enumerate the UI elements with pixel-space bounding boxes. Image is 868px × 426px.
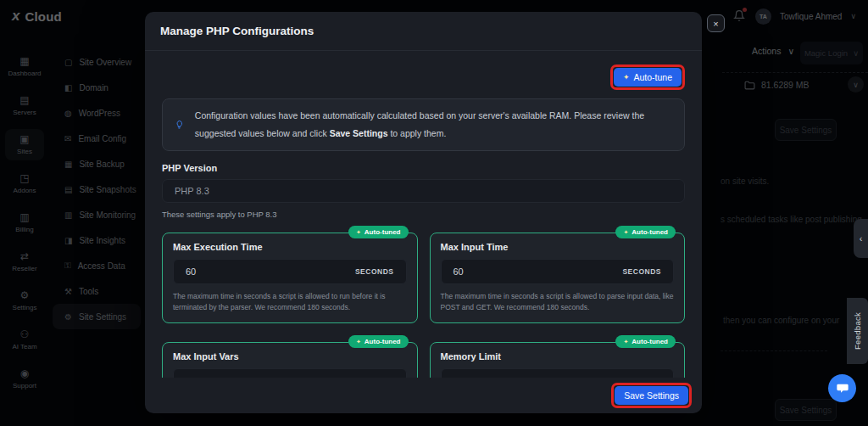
card-title: Max Execution Time — [173, 242, 407, 252]
card-max-input-time: ✦Auto-tuned Max Input Time 60 SECONDS Th… — [430, 233, 686, 323]
input-unit: SECONDS — [622, 267, 661, 276]
sparkle-icon: ✦ — [623, 339, 628, 345]
php-version-select[interactable]: PHP 8.3 — [162, 179, 685, 203]
card-description: The maximum time in seconds a script is … — [441, 291, 675, 313]
modal-title: Manage PHP Configurations — [160, 25, 314, 37]
max-input-vars-input[interactable]: 1500 VARS — [173, 368, 407, 378]
sparkle-icon: ✦ — [356, 339, 361, 345]
memory-limit-input[interactable]: 256 MB — [441, 368, 675, 378]
card-max-execution-time: ✦Auto-tuned Max Execution Time 60 SECOND… — [162, 233, 418, 323]
auto-tune-button[interactable]: ✦ Auto-tune — [614, 68, 682, 87]
chat-icon — [836, 382, 849, 395]
sidebar-collapse-handle[interactable]: ‹ — [854, 219, 868, 258]
sparkle-icon: ✦ — [623, 73, 630, 81]
close-icon[interactable]: × — [707, 14, 725, 32]
input-unit: MB — [649, 377, 661, 378]
input-value: 60 — [453, 266, 464, 277]
php-version-note: These settings apply to PHP 8.3 — [162, 210, 685, 219]
autotune-row: ✦ Auto-tune — [162, 64, 685, 90]
autotune-info-banner: Configuration values have been automatic… — [162, 98, 685, 151]
card-memory-limit: ✦Auto-tuned Memory Limit 256 MB The maxi… — [430, 342, 686, 378]
card-title: Max Input Time — [441, 242, 675, 252]
sparkle-icon: ✦ — [623, 229, 628, 236]
max-input-time-input[interactable]: 60 SECONDS — [441, 259, 675, 284]
modal-header: Manage PHP Configurations — [145, 12, 702, 51]
modal-body: ✦ Auto-tune Configuration values have be… — [145, 51, 702, 378]
modal-footer: Save Settings — [145, 378, 702, 413]
php-version-label: PHP Version — [162, 163, 685, 173]
card-title: Max Input Vars — [173, 351, 407, 362]
annotation-highlight-autotune: ✦ Auto-tune — [610, 64, 685, 90]
card-title: Memory Limit — [441, 351, 675, 362]
input-value: 60 — [186, 266, 196, 277]
banner-text: Configuration values have been automatic… — [195, 107, 672, 143]
manage-php-configurations-modal: Manage PHP Configurations ✦ Auto-tune Co… — [145, 12, 702, 413]
card-description: The maximum time in seconds a script is … — [173, 291, 407, 313]
input-value: 256 — [453, 376, 469, 378]
sparkle-icon: ✦ — [356, 229, 361, 236]
input-unit: VARS — [373, 377, 394, 378]
input-unit: SECONDS — [355, 267, 394, 276]
auto-tuned-badge: ✦Auto-tuned — [615, 226, 676, 238]
annotation-highlight-save: Save Settings — [611, 383, 692, 408]
php-settings-grid: ✦Auto-tuned Max Execution Time 60 SECOND… — [162, 233, 685, 378]
input-value: 1500 — [186, 376, 206, 378]
card-max-input-vars: ✦Auto-tuned Max Input Vars 1500 VARS The… — [162, 342, 418, 378]
lightbulb-icon — [175, 117, 184, 132]
auto-tuned-badge: ✦Auto-tuned — [615, 335, 676, 348]
max-execution-time-input[interactable]: 60 SECONDS — [173, 259, 407, 284]
save-settings-button[interactable]: Save Settings — [615, 386, 688, 405]
chevron-left-icon: ‹ — [860, 233, 863, 244]
auto-tuned-badge: ✦Auto-tuned — [348, 335, 409, 348]
app-root: x Cloud TA Towfique Ahmed ∨ ▦Dashboard ▤… — [0, 0, 868, 426]
chat-widget-button[interactable] — [828, 374, 856, 402]
feedback-tab[interactable]: Feedback — [847, 298, 868, 364]
auto-tuned-badge: ✦Auto-tuned — [348, 226, 409, 238]
